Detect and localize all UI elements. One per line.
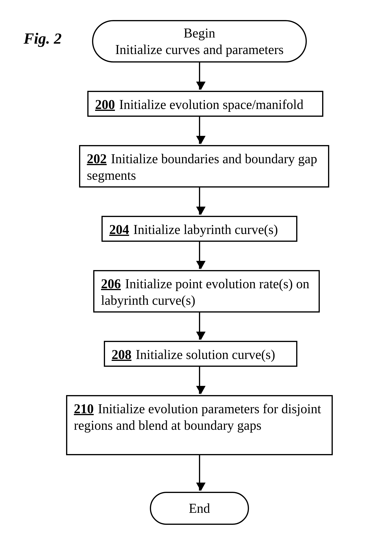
process-202: 202Initialize boundaries and boundary ga…: [79, 145, 329, 188]
process-208-num: 208: [112, 346, 132, 363]
flowchart-canvas: Fig. 2 Begin Initialize curves and param…: [0, 0, 392, 555]
process-210: 210Initialize evolution parameters for d…: [66, 395, 333, 455]
process-202-num: 202: [87, 151, 107, 166]
process-200: 200 Initialize evolution space/manifold: [87, 91, 323, 117]
arrow-3: [199, 242, 200, 269]
process-208: 208 Initialize solution curve(s): [104, 341, 297, 367]
arrow-6: [199, 455, 200, 491]
arrow-5: [199, 367, 200, 394]
process-206-num: 206: [101, 277, 121, 291]
process-204-num: 204: [109, 221, 129, 238]
arrow-1: [199, 117, 200, 144]
arrow-2: [199, 188, 200, 215]
process-210-text: Initialize evolution parameters for disj…: [74, 402, 321, 433]
figure-label: Fig. 2: [24, 29, 62, 47]
arrow-4: [199, 313, 200, 340]
process-200-num: 200: [95, 96, 115, 113]
process-206-text: Initialize point evolution rate(s) on la…: [101, 277, 309, 307]
process-204-text: Initialize labyrinth curve(s): [133, 221, 278, 238]
arrow-0: [199, 63, 200, 90]
process-202-text: Initialize boundaries and boundary gap s…: [87, 151, 317, 183]
process-204: 204 Initialize labyrinth curve(s): [102, 216, 297, 242]
terminal-begin: Begin Initialize curves and parameters: [92, 20, 307, 63]
process-200-text: Initialize evolution space/manifold: [119, 96, 303, 113]
process-208-text: Initialize solution curve(s): [136, 346, 275, 363]
process-206: 206Initialize point evolution rate(s) on…: [93, 270, 320, 313]
process-210-num: 210: [74, 402, 94, 416]
terminal-end: End: [150, 492, 249, 525]
terminal-begin-line1: Begin: [184, 25, 215, 41]
terminal-end-text: End: [189, 500, 210, 517]
terminal-begin-line2: Initialize curves and parameters: [115, 41, 284, 58]
